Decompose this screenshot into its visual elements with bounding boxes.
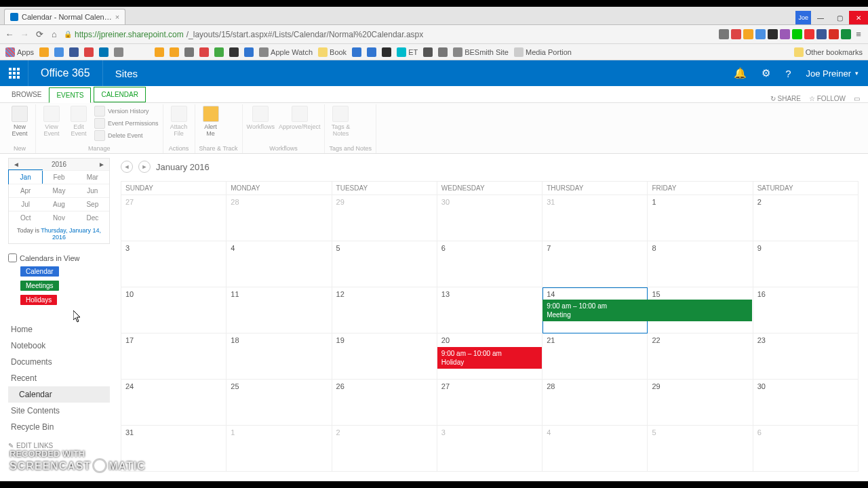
bookmark-et[interactable]: ET	[397, 47, 418, 57]
ext-icon[interactable]	[755, 29, 766, 39]
suite-area[interactable]: Sites	[103, 68, 150, 79]
nav-home-icon[interactable]: ⌂	[49, 29, 60, 40]
nav-back-icon[interactable]: ←	[4, 29, 15, 40]
calendar-cell[interactable]: 26	[332, 380, 437, 426]
user-menu[interactable]: Joe Preiner▾	[806, 68, 859, 79]
calendar-cell[interactable]: 5	[332, 241, 437, 287]
ext-icon[interactable]	[792, 29, 802, 39]
cal-next-month-icon[interactable]: ►	[138, 161, 151, 173]
bookmark-icon[interactable]	[99, 47, 108, 57]
mini-year[interactable]: 2016	[52, 161, 66, 168]
mini-month-sep[interactable]: Sep	[76, 197, 109, 211]
calendar-cell[interactable]: 11	[226, 287, 332, 333]
mini-month-nov[interactable]: Nov	[42, 211, 75, 224]
browser-tab[interactable]: Calendar - Normal Calen… ×	[4, 9, 125, 24]
nav-item-recent[interactable]: Recent	[8, 370, 110, 386]
calendar-cell[interactable]: 22	[648, 333, 753, 380]
ext-icon[interactable]	[743, 29, 753, 39]
calendar-cell[interactable]: 6	[753, 426, 858, 472]
bookmark-applewatch[interactable]: Apple Watch	[259, 47, 313, 57]
tags-notes-button[interactable]: Tags & Notes	[329, 106, 352, 137]
window-close[interactable]: ✕	[849, 11, 868, 24]
calendar-cell[interactable]: 29	[648, 380, 753, 426]
app-launcher-icon[interactable]	[0, 60, 28, 86]
calendar-cell[interactable]: 209:00 am – 10:00 amHoliday	[437, 333, 542, 380]
delete-event-button[interactable]: Delete Event	[94, 130, 159, 141]
mini-month-mar[interactable]: Mar	[76, 170, 109, 184]
calendar-cell[interactable]: 30	[753, 380, 858, 426]
calendar-cell[interactable]: 4	[226, 241, 332, 287]
bookmark-icon[interactable]	[199, 47, 209, 57]
mini-month-oct[interactable]: Oct	[9, 211, 42, 224]
bookmark-icon[interactable]	[382, 47, 391, 57]
nav-item-notebook[interactable]: Notebook	[8, 338, 110, 354]
page-share[interactable]: ↻ SHARE	[770, 95, 801, 102]
mini-month-jan[interactable]: Jan	[9, 170, 42, 184]
bookmark-book[interactable]: Book	[318, 47, 347, 57]
calendar-cell[interactable]: 28	[226, 195, 332, 241]
mini-month-may[interactable]: May	[42, 184, 75, 197]
calendar-cell[interactable]: 6	[437, 241, 542, 287]
bookmark-apps[interactable]: Apps	[5, 47, 34, 57]
calendar-cell[interactable]: 1	[648, 195, 753, 241]
calendar-cell[interactable]: 24	[121, 380, 226, 426]
calendar-cell[interactable]: 2	[332, 426, 437, 472]
mini-month-apr[interactable]: Apr	[9, 184, 42, 197]
calendar-cell[interactable]: 29	[332, 195, 437, 241]
calendar-cell[interactable]: 19	[332, 333, 437, 380]
calendar-cell[interactable]: 13	[437, 287, 542, 333]
bookmark-other[interactable]: Other bookmarks	[794, 47, 863, 57]
calendar-cell[interactable]: 4	[542, 426, 648, 472]
calendar-cell[interactable]: 1	[226, 426, 332, 472]
calendar-cell[interactable]: 21	[542, 333, 648, 380]
mini-prev-icon[interactable]: ◄	[13, 161, 20, 168]
ext-icon[interactable]	[816, 29, 827, 39]
browser-menu-icon[interactable]: ≡	[853, 29, 864, 40]
calendar-cell[interactable]: 3	[437, 426, 542, 472]
alert-me-button[interactable]: Alert Me	[199, 106, 222, 137]
page-focus[interactable]: ▭	[854, 95, 860, 102]
edit-event-button[interactable]: Edit Event	[67, 106, 90, 141]
ribbon-tab-browse[interactable]: BROWSE	[4, 87, 49, 102]
help-icon[interactable]: ?	[785, 68, 791, 79]
version-history-button[interactable]: Version History	[94, 106, 159, 117]
mini-month-jun[interactable]: Jun	[76, 184, 109, 197]
bookmark-icon[interactable]	[214, 47, 224, 57]
page-follow[interactable]: ☆ FOLLOW	[809, 95, 846, 102]
calendar-cell[interactable]: 2	[753, 195, 858, 241]
approve-reject-button[interactable]: Approve/Reject	[279, 106, 321, 130]
calendar-cell[interactable]: 15	[648, 287, 753, 333]
nav-item-documents[interactable]: Documents	[8, 354, 110, 370]
ext-icon[interactable]	[731, 29, 741, 39]
calendar-tag[interactable]: Meetings	[20, 281, 59, 291]
bookmark-icon[interactable]	[438, 47, 448, 57]
calendar-cell[interactable]: 3	[121, 241, 226, 287]
nav-forward-icon[interactable]: →	[19, 29, 30, 40]
bookmark-icon[interactable]	[184, 47, 194, 57]
ribbon-tab-events[interactable]: EVENTS	[49, 87, 91, 103]
calendar-cell[interactable]: 7	[542, 241, 648, 287]
bookmark-icon[interactable]	[367, 47, 376, 57]
calendar-cell[interactable]: 16	[753, 287, 858, 333]
bookmark-icon[interactable]	[352, 47, 361, 57]
nav-reload-icon[interactable]: ⟳	[34, 29, 45, 40]
close-icon[interactable]: ×	[115, 13, 119, 21]
calendar-cell[interactable]: 23	[753, 333, 858, 380]
calendar-cell[interactable]: 25	[226, 380, 332, 426]
attach-file-button[interactable]: Attach File	[167, 106, 191, 137]
calendar-cell[interactable]: 8	[648, 241, 753, 287]
ext-icon[interactable]	[780, 29, 790, 39]
bookmark-media[interactable]: Media Portion	[514, 47, 572, 57]
workflows-button[interactable]: Workflows	[247, 106, 275, 130]
new-event-button[interactable]: New Event	[8, 106, 31, 137]
view-event-button[interactable]: View Event	[40, 106, 63, 141]
calendar-tag[interactable]: Calendar	[20, 266, 59, 277]
calendar-cell[interactable]: 12	[332, 287, 437, 333]
mini-next-icon[interactable]: ►	[98, 161, 105, 168]
calendar-cell[interactable]: 27	[121, 195, 226, 241]
url-field[interactable]: 🔒 https://jpreiner.sharepoint.com /_layo…	[64, 30, 715, 39]
bookmark-icon[interactable]	[229, 47, 239, 57]
settings-gear-icon[interactable]: ⚙	[762, 67, 770, 79]
calendar-cell[interactable]: 30	[437, 195, 542, 241]
ext-icon[interactable]	[719, 29, 729, 39]
